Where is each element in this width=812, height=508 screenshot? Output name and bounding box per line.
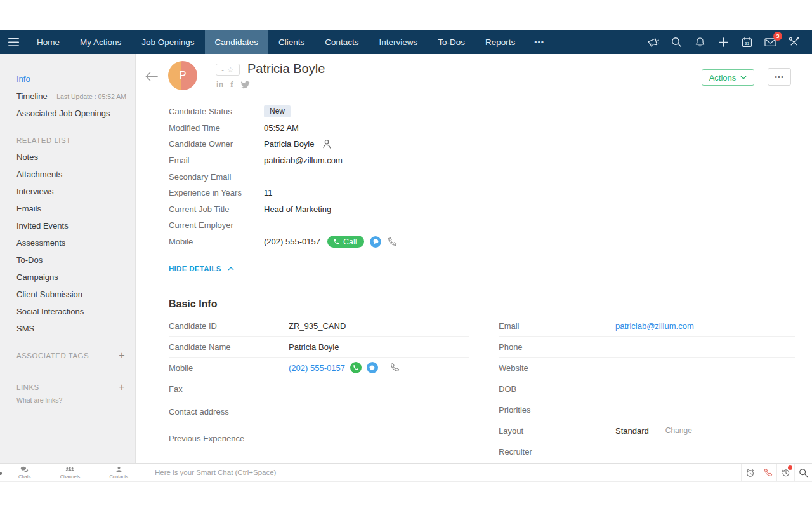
nav-more-tabs-icon[interactable]: ••• [525,30,553,54]
sidebar-item-emails[interactable]: Emails [16,200,135,217]
nav-icon-group: 31 3 [641,30,812,54]
sidebar-item-notes[interactable]: Notes [16,149,135,166]
chats-button[interactable]: Chats [18,466,31,479]
field-label: Website [499,363,615,373]
quick-details: Candidate Status New Modified Time 05:52… [169,104,397,250]
contacts-button[interactable]: Contacts [109,466,128,479]
page-title: Patricia Boyle [247,62,325,76]
sidebar-item-assessments[interactable]: Assessments [16,234,135,251]
call-icon[interactable] [350,362,362,373]
history-icon[interactable] [776,464,794,481]
nav-tab-candidates[interactable]: Candidates [205,30,268,54]
calendar-icon[interactable]: 31 [735,30,759,54]
record-more-button[interactable]: ••• [768,68,791,86]
nav-tab-my-actions[interactable]: My Actions [70,30,131,54]
field-row: Contact address [169,399,469,424]
related-list-header: RELATED LIST [16,131,135,149]
contacts-label: Contacts [109,474,128,479]
avatar[interactable]: P [168,61,197,90]
chat-bar: Chats Channels Contacts [0,463,812,482]
field-label: DOB [499,384,615,394]
nav-tab-home[interactable]: Home [27,30,70,54]
twitter-icon[interactable] [240,81,250,89]
phone-outline-icon[interactable] [390,363,400,373]
chats-label: Chats [18,474,31,479]
field-row: Candidate Name Patricia Boyle [169,337,469,358]
email-link[interactable]: patriciab@zillum.com [615,321,694,331]
star-icon: ☆ [227,66,234,74]
basic-info-left-column: Candidate ID ZR_935_CAND Candidate Name … [169,316,469,453]
add-tag-button[interactable]: + [119,350,135,361]
actions-label: Actions [709,73,737,83]
layout-value: Standard [615,426,649,436]
change-layout-link[interactable]: Change [665,426,692,435]
field-label: Modified Time [169,123,264,133]
field-value: (202) 555-0157 [264,237,320,246]
nav-tab-job-openings[interactable]: Job Openings [131,30,204,54]
back-arrow-icon[interactable] [145,72,159,84]
field-label: Previous Experience [169,434,289,443]
setup-icon[interactable] [782,30,806,54]
rating-control[interactable]: - ☆ [216,64,240,76]
sidebar-item-timeline[interactable]: Timeline Last Update : 05:52 AM [16,88,135,105]
hide-details-toggle[interactable]: HIDE DETAILS [169,265,234,272]
field-row: Modified Time 05:52 AM [169,120,397,137]
nav-tab-contacts[interactable]: Contacts [315,30,369,54]
sidebar-item-sms[interactable]: SMS [16,320,135,337]
chevron-down-icon [740,76,747,79]
nav-tab-reports[interactable]: Reports [475,30,525,54]
field-label: Secondary Email [169,172,264,182]
phone-outline-icon[interactable] [387,237,397,247]
announcement-icon[interactable] [641,30,665,54]
field-row: Phone [499,337,795,358]
alarm-icon[interactable] [741,464,759,481]
sidebar-item-associated-job-openings[interactable]: Associated Job Openings [16,105,135,122]
sidebar-item-attachments[interactable]: Attachments [16,166,135,183]
actions-button[interactable]: Actions [702,69,754,86]
sidebar-item-to-dos[interactable]: To-Dos [16,251,135,269]
field-value[interactable]: ZR_935_CAND [289,321,346,331]
add-icon[interactable] [712,30,735,54]
facebook-icon[interactable]: f [230,79,233,90]
mail-icon[interactable]: 3 [759,30,782,54]
sidebar-item-interviews[interactable]: Interviews [16,183,135,200]
field-value: 11 [264,188,273,197]
owner-lookup-icon[interactable] [322,139,331,149]
add-link-button[interactable]: + [119,382,135,393]
channels-button[interactable]: Channels [60,466,81,479]
search-icon[interactable] [794,464,812,481]
field-label: Experience in Years [169,188,264,197]
nav-tab-interviews[interactable]: Interviews [369,30,428,54]
nav-tab-clients[interactable]: Clients [268,30,315,54]
field-value: patriciab@zillum.com [264,156,343,165]
field-row: Website [499,358,795,378]
hamburger-menu-icon[interactable] [0,30,27,54]
sidebar-item-invited-events[interactable]: Invited Events [16,217,135,234]
field-row: Candidate Status New [169,104,397,120]
sidebar-item-client-submission[interactable]: Client Submission [16,286,135,303]
linkedin-icon[interactable]: in [216,80,223,89]
field-row: Previous Experience [169,424,469,453]
sidebar-item-label: Timeline [16,91,48,101]
timeline-last-update: Last Update : 05:52 AM [56,93,135,100]
sidebar-item-info[interactable]: Info [16,70,135,88]
chat-bar-left: Chats Channels Contacts [0,464,147,481]
sidebar-item-campaigns[interactable]: Campaigns [16,269,135,286]
nav-tab-to-dos[interactable]: To-Dos [428,30,475,54]
call-button[interactable]: Call [327,236,365,248]
links-header: LINKS + [16,378,135,396]
chat-bubble-icon[interactable] [367,362,378,373]
what-are-links-help[interactable]: What are links? [16,396,135,404]
svg-text:31: 31 [745,41,750,46]
sidebar: Info Timeline Last Update : 05:52 AM Ass… [0,54,136,463]
smart-chat-input[interactable] [147,464,741,481]
call-icon[interactable] [759,464,776,481]
notifications-icon[interactable] [688,30,712,54]
field-value[interactable]: Patricia Boyle [289,342,339,352]
links-label: LINKS [16,384,39,391]
sidebar-item-social-interactions[interactable]: Social Interactions [16,303,135,320]
mobile-link[interactable]: (202) 555-0157 [289,363,345,373]
search-icon[interactable] [665,30,688,54]
field-value: 05:52 AM [264,123,299,133]
chat-bubble-icon[interactable] [370,236,381,248]
